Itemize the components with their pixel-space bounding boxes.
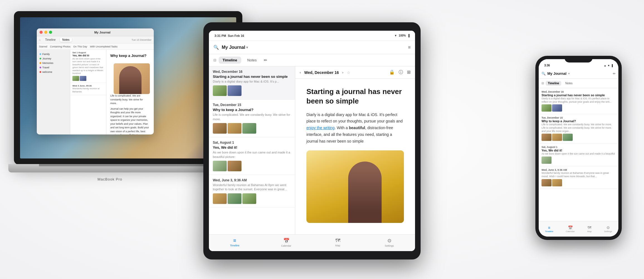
minimize-button[interactable] (44, 31, 47, 34)
iphone-tabbar-settings[interactable]: ⚙ Settings (604, 225, 612, 233)
iphone-tabbar: ≡ Timeline 📅 Calendar 🗺 Map ⚙ Settings (539, 221, 618, 237)
ipad-tabbar-settings[interactable]: ⚙ Settings (381, 238, 398, 247)
iphone-filter-icon[interactable]: ⊟ (541, 81, 544, 85)
ipad-entry-aug1[interactable]: Sat, August 1 Yes, We did it! As we bore… (209, 137, 295, 175)
iphone-device: 3:36 ▲ ▼ ▐ 🔍 My Journal ▾ ✏ ⊟ Timeline N… (535, 56, 622, 240)
ipad-entry-dec16[interactable]: Wed, December 16 Starting a journal has … (209, 66, 295, 100)
iphone-tab-timeline[interactable]: Timeline (546, 81, 561, 86)
mac-tab-notes[interactable]: Notes (60, 38, 72, 42)
calendar-icon: 📅 (283, 238, 289, 244)
iphone-search-icon[interactable]: 🔍 (541, 72, 546, 76)
iphone-photo-2 (552, 104, 562, 112)
map-icon: 🗺 (335, 238, 340, 244)
filter-starred[interactable]: Starred (39, 45, 47, 48)
ipad-dec16-photos (213, 85, 291, 96)
ipad-tab-timeline[interactable]: Timeline (219, 57, 241, 64)
iphone-map-icon: 🗺 (587, 225, 591, 230)
chevron-down-icon[interactable]: ▾ (246, 45, 248, 49)
star-icon[interactable]: ☆ (347, 70, 350, 75)
iphone-tabbar-label-settings: Settings (604, 230, 612, 233)
iphone-signal-icon: ▲ (604, 64, 606, 67)
iphone-entry-jun3[interactable]: Wed, June 3, 9:36 AM Wonderful family re… (539, 166, 618, 189)
ipad-tabbar-label-map: Map (335, 244, 340, 247)
ipad-titlebar: 🔍 My Journal ▾ ≡ (209, 41, 415, 54)
iphone-entry-aug1[interactable]: Sat, August 1 Yes, We did it! As we bore… (539, 143, 618, 166)
ipad-tabbar-timeline[interactable]: ≡ Timeline (226, 238, 243, 247)
iphone-settings-icon: ⚙ (606, 225, 610, 230)
mac-entry-august[interactable]: Sat 1 August Yes, We did it! As we bore … (70, 50, 106, 83)
iphone-entry-dec15[interactable]: Tue, December 15 Why to keep a Journal? … (539, 114, 618, 143)
ipad-detail-topbar: ‹ Wed, December 16 › ☆ 🔒 ⓘ ⊞ (295, 66, 415, 79)
macbook-hinge (39, 164, 217, 166)
ipad-filter-icon[interactable]: ⊟ (213, 58, 216, 62)
iphone-tabbar-calendar[interactable]: 📅 Calendar (566, 225, 575, 233)
iphone-notch (565, 56, 592, 62)
photo-thumb-2 (80, 76, 86, 81)
ipad-jun3-photos (213, 193, 291, 204)
sidebar-dot-memories (40, 62, 41, 64)
iphone-dec16-photos (541, 104, 616, 112)
ipad-entry-dec15[interactable]: Tue, December 15 Why to keep a Journal? … (209, 100, 295, 137)
grid-icon[interactable]: ⊞ (407, 69, 411, 75)
lock-icon[interactable]: 🔒 (389, 69, 395, 75)
info-icon[interactable]: ⓘ (399, 69, 403, 75)
ipad-status-bar: 3:31 PM Sun Feb 16 ▼ 100% ▐ (209, 31, 415, 41)
iphone-tabbar-map[interactable]: 🗺 Map (587, 225, 592, 233)
ipad-screen: 3:31 PM Sun Feb 16 ▼ 100% ▐ 🔍 My Journal… (209, 31, 415, 251)
iphone-compose-icon[interactable]: ✏ (613, 72, 616, 76)
close-button[interactable] (40, 31, 43, 34)
iphone-aug1-photos (541, 157, 616, 164)
hamburger-icon[interactable]: ≡ (408, 45, 411, 50)
mac-tab-timeline[interactable]: Timeline (43, 38, 58, 42)
iphone-chevron-icon[interactable]: ▾ (568, 72, 570, 75)
nav-prev-icon[interactable]: ‹ (300, 70, 301, 74)
nav-next-icon[interactable]: › (342, 70, 343, 74)
ipad-tabbar: ≡ Timeline 📅 Calendar 🗺 Map ⚙ Settings (209, 234, 415, 251)
sidebar-item-memories[interactable]: Memories (37, 61, 70, 65)
ipad-toolbar-right: ≡ (408, 45, 411, 50)
wifi-icon: ▼ (394, 34, 397, 37)
settings-icon: ⚙ (387, 238, 392, 244)
iphone-battery-icon: ▐ (611, 64, 613, 67)
sidebar-item-welcome[interactable]: welcome (37, 70, 70, 74)
ipad-dec15-photos (213, 123, 291, 134)
iphone-tab-notes[interactable]: Notes (563, 81, 575, 86)
iphone-tabbar-label-timeline: Timeline (545, 230, 553, 233)
timeline-icon: ≡ (233, 238, 236, 244)
ipad-photo-6 (213, 161, 227, 171)
iphone-photo-4 (552, 134, 562, 141)
ipad-entry-jun3[interactable]: Wed, June 3, 9:36 AM Wonderful family re… (209, 175, 295, 208)
mac-entry-list: Sat 1 August Yes, We did it! As we bore … (70, 50, 106, 134)
mac-nav-bar: ⌂ Timeline Notes Tue 15 December (37, 36, 154, 44)
ipad-tab-notes[interactable]: Notes (243, 57, 261, 64)
ipad-search-icon[interactable]: 🔍 (213, 45, 219, 50)
ipad-photo-2 (228, 85, 242, 96)
compose-icon[interactable]: ✏ (264, 58, 267, 63)
mac-filter-bar: Starred Containing Photos On This Day Wi… (37, 44, 154, 50)
ipad-journal-title: My Journal ▾ (222, 45, 248, 50)
ipad-photo-1 (213, 85, 227, 96)
mac-entry-june[interactable]: Wed 3 June, 09:36 Wonderful family reuni… (70, 83, 106, 95)
iphone-wifi-icon: ▼ (608, 64, 610, 67)
mac-detail-image (114, 63, 150, 94)
iphone-photo-1 (541, 104, 552, 112)
sidebar-item-travel[interactable]: Travel (37, 65, 70, 70)
ipad-detail-content: Starting a journal has never been so sim… (295, 79, 415, 231)
iphone-entry-list: Wed, December 16 Starting a journal has … (539, 88, 618, 221)
filter-thisday[interactable]: On This Day (73, 45, 87, 48)
sidebar-item-family[interactable]: Family (37, 52, 70, 56)
iphone-entry-dec16[interactable]: Wed, December 16 Starting a journal has … (539, 88, 618, 114)
ipad-body-link[interactable]: enjoy the writing (306, 126, 335, 130)
sidebar-item-journey[interactable]: Journey (37, 56, 70, 61)
mac-app-window: My Journal ⌂ Timeline Notes Tue 15 Decem… (37, 28, 154, 134)
filter-photos[interactable]: Containing Photos (50, 45, 71, 48)
maximize-button[interactable] (49, 31, 52, 34)
filter-uncompleted[interactable]: With Uncompleted Tasks (90, 45, 118, 48)
ipad-tabbar-map[interactable]: 🗺 Map (330, 238, 346, 247)
ipad-tabbar-calendar[interactable]: 📅 Calendar (278, 238, 295, 247)
iphone-tabbar-timeline[interactable]: ≡ Timeline (545, 225, 553, 233)
ipad-photo-7 (228, 161, 242, 171)
ipad-detail-action-icons: 🔒 ⓘ ⊞ (389, 69, 411, 75)
ipad-tabbar-label-calendar: Calendar (281, 244, 291, 247)
ipad-body: Wed, December 16 Starting a journal has … (209, 66, 415, 241)
